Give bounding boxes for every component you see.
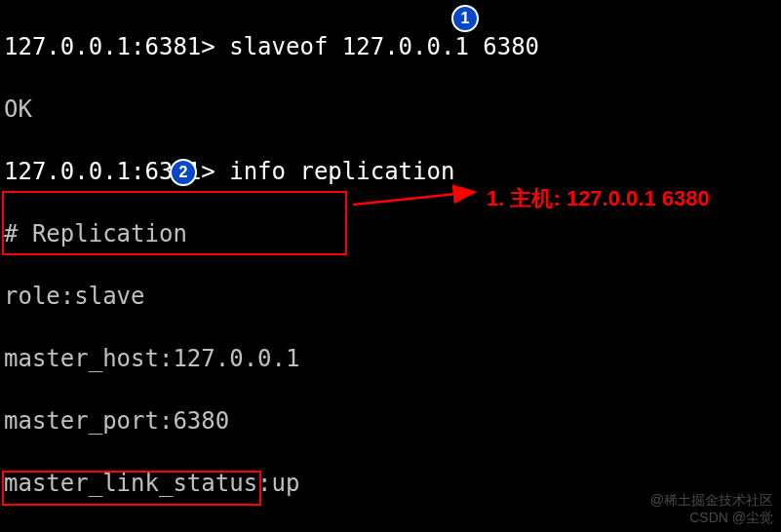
annotation-callout-text: 1. 主机: 127.0.0.1 6380 <box>487 183 710 214</box>
role-line: role:slave <box>4 281 539 312</box>
master-port-line: master_port:6380 <box>4 405 539 437</box>
cmd-line-2: 127.0.0.1:6381> info replication <box>4 156 539 187</box>
watermark: @稀土掘金技术社区 CSDN @尘觉 <box>650 491 773 526</box>
annotation-badge-1: 1 <box>451 5 479 32</box>
master-host-line: master_host:127.0.0.1 <box>4 343 539 374</box>
terminal-output: 127.0.0.1:6381> slaveof 127.0.0.1 6380 O… <box>4 0 539 532</box>
cmd-line-1: 127.0.0.1:6381> slaveof 127.0.0.1 6380 <box>4 31 539 62</box>
watermark-line-1: @稀土掘金技术社区 <box>650 491 773 509</box>
watermark-line-2: CSDN @尘觉 <box>650 509 773 526</box>
prompt-1: 127.0.0.1:6381> <box>4 33 229 60</box>
response-ok: OK <box>4 94 539 125</box>
master-link-status-line: master_link_status:up <box>4 468 539 499</box>
cmd-1: slaveof 127.0.0.1 6380 <box>229 33 539 60</box>
replication-header: # Replication <box>4 218 539 249</box>
annotation-badge-2: 2 <box>170 159 197 186</box>
cmd-2: info replication <box>229 158 454 185</box>
